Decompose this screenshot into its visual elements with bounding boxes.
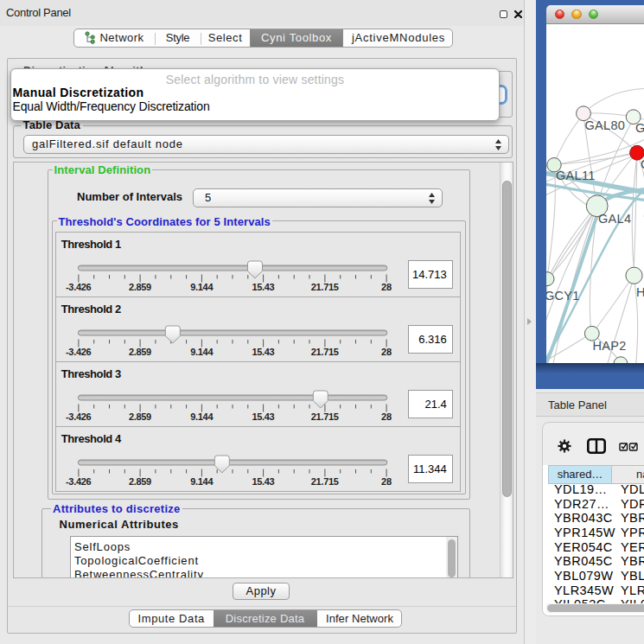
svg-text:GAL11: GAL11 xyxy=(556,169,596,182)
svg-text:GAL4: GAL4 xyxy=(598,212,631,226)
svg-text:H: H xyxy=(636,285,644,299)
svg-text:GA: GA xyxy=(635,121,644,135)
svg-text:HAP2: HAP2 xyxy=(593,339,627,353)
svg-text:GAL80: GAL80 xyxy=(585,118,626,132)
svg-text:CY: CY xyxy=(641,157,644,171)
svg-text:GCY1: GCY1 xyxy=(546,288,580,302)
